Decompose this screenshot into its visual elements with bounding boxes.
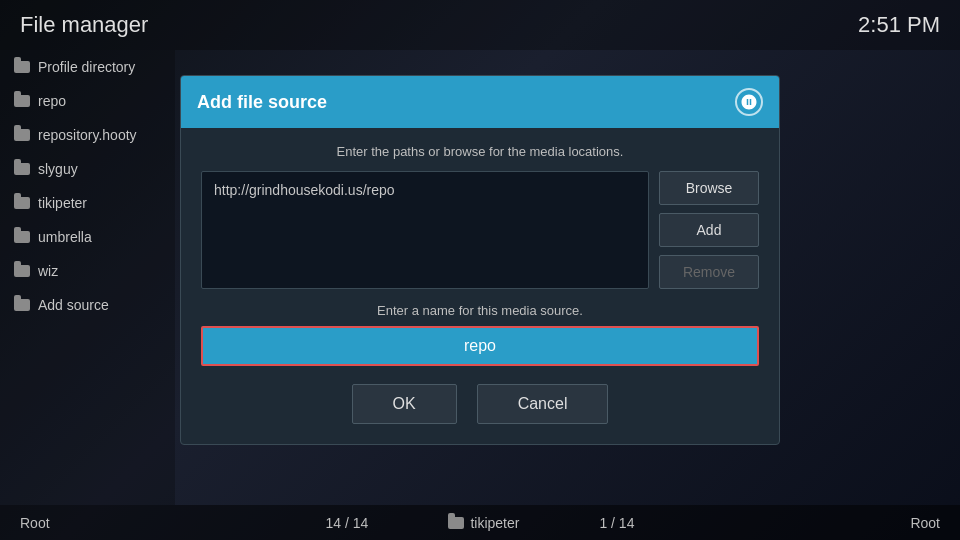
sidebar-item-repo[interactable]: repo	[0, 84, 175, 118]
folder-icon	[14, 299, 30, 311]
bottombar-center: 14 / 14 tikipeter 1 / 14	[326, 515, 635, 531]
folder-icon	[14, 231, 30, 243]
folder-icon	[14, 265, 30, 277]
dialog-header: Add file source	[181, 76, 779, 128]
status-right: tikipeter	[448, 515, 519, 531]
ok-button[interactable]: OK	[352, 384, 457, 424]
kodi-logo-icon	[740, 93, 758, 111]
path-value: http://grindhousekodi.us/repo	[214, 182, 395, 198]
sidebar-item-repository-hooty[interactable]: repository.hooty	[0, 118, 175, 152]
folder-icon-status	[448, 517, 464, 529]
sidebar-item-umbrella[interactable]: umbrella	[0, 220, 175, 254]
sidebar-item-profile-directory[interactable]: Profile directory	[0, 50, 175, 84]
path-buttons: Browse Add Remove	[659, 171, 759, 289]
sidebar-item-label: repository.hooty	[38, 127, 137, 143]
name-input[interactable]	[201, 326, 759, 366]
sidebar-item-label: umbrella	[38, 229, 92, 245]
add-button[interactable]: Add	[659, 213, 759, 247]
folder-icon	[14, 61, 30, 73]
sidebar-item-tikipeter[interactable]: tikipeter	[0, 186, 175, 220]
add-file-source-dialog: Add file source Enter the paths or brows…	[180, 75, 780, 445]
folder-icon	[14, 163, 30, 175]
kodi-icon-button[interactable]	[735, 88, 763, 116]
sidebar-item-slyguy[interactable]: slyguy	[0, 152, 175, 186]
name-input-wrapper	[201, 326, 759, 366]
remove-button[interactable]: Remove	[659, 255, 759, 289]
name-instruction: Enter a name for this media source.	[201, 303, 759, 318]
bottombar-page-left: 14 / 14	[326, 515, 369, 531]
sidebar-item-label: wiz	[38, 263, 58, 279]
browse-button[interactable]: Browse	[659, 171, 759, 205]
bottombar-right: Root	[910, 515, 940, 531]
path-input-box[interactable]: http://grindhousekodi.us/repo	[201, 171, 649, 289]
dialog-actions: OK Cancel	[201, 384, 759, 428]
sidebar-item-add-source[interactable]: Add source	[0, 288, 175, 322]
cancel-button[interactable]: Cancel	[477, 384, 609, 424]
folder-icon	[14, 197, 30, 209]
dialog-path-instruction: Enter the paths or browse for the media …	[201, 144, 759, 159]
sidebar-item-label: Profile directory	[38, 59, 135, 75]
folder-icon	[14, 129, 30, 141]
dialog-body: Enter the paths or browse for the media …	[181, 128, 779, 444]
system-time: 2:51 PM	[858, 12, 940, 38]
sidebar-item-label: slyguy	[38, 161, 78, 177]
sidebar-item-wiz[interactable]: wiz	[0, 254, 175, 288]
sidebar: Profile directory repo repository.hooty …	[0, 50, 175, 505]
sidebar-item-label: tikipeter	[38, 195, 87, 211]
topbar: File manager 2:51 PM	[0, 0, 960, 50]
path-area: http://grindhousekodi.us/repo Browse Add…	[201, 171, 759, 289]
folder-icon	[14, 95, 30, 107]
bottombar: Root 14 / 14 tikipeter 1 / 14 Root	[0, 505, 960, 540]
sidebar-item-label: Add source	[38, 297, 109, 313]
dialog-title: Add file source	[197, 92, 327, 113]
bottombar-page-right: 1 / 14	[599, 515, 634, 531]
sidebar-item-label: repo	[38, 93, 66, 109]
app-title: File manager	[20, 12, 148, 38]
status-item-name: tikipeter	[470, 515, 519, 531]
bottombar-left: Root	[20, 515, 50, 531]
